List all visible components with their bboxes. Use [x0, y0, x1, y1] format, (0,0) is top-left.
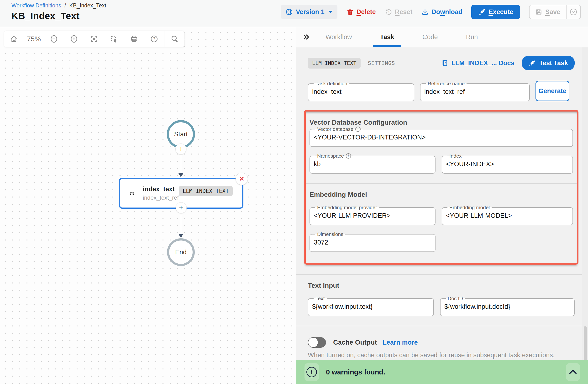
tab-workflow[interactable]: Workflow — [326, 27, 352, 47]
settings-tab[interactable]: SETTINGS — [368, 60, 395, 66]
tab-task[interactable]: Task — [380, 27, 395, 47]
embedding-model-field[interactable]: Embedding model <YOUR-LLM-MODEL> — [442, 205, 573, 225]
app-header: Workflow Definitions / KB_Index_Text KB_… — [0, 0, 588, 27]
select-mode-button[interactable] — [104, 31, 124, 47]
search-icon — [170, 35, 178, 43]
index-task-icon — [129, 186, 135, 200]
text-label: Text — [315, 296, 325, 301]
svg-text:?: ? — [153, 36, 155, 41]
namespace-field[interactable]: Namespace i kb — [310, 153, 436, 174]
select-icon — [110, 35, 118, 43]
plus-icon: + — [179, 145, 183, 153]
circle-chevron-down-icon — [569, 8, 578, 16]
index-field[interactable]: Index <YOUR-INDEX> — [442, 153, 573, 174]
add-task-after-start-button[interactable]: + — [175, 143, 186, 155]
download-label: Download — [431, 8, 462, 16]
cache-output-toggle[interactable] — [308, 337, 326, 348]
save-button[interactable]: Save — [529, 5, 566, 19]
embedding-provider-row: Embedding model provider <YOUR-LLM-PROVI… — [310, 205, 573, 225]
home-icon — [10, 35, 18, 43]
task-docs-link[interactable]: ? LLM_INDEX_... Docs — [441, 59, 514, 67]
breadcrumb-workflow-definitions[interactable]: Workflow Definitions — [11, 2, 61, 9]
reference-name-value[interactable]: index_text_ref — [424, 87, 525, 97]
task-node-type-badge: LLM_INDEX_TEXT — [179, 186, 233, 196]
print-button[interactable] — [124, 31, 144, 47]
index-value[interactable]: <YOUR-INDEX> — [446, 159, 569, 169]
chevron-up-icon — [569, 370, 577, 377]
collapse-panel-icon[interactable] — [302, 33, 310, 41]
download-button[interactable]: Download — [421, 5, 462, 19]
namespace-label: Namespace — [317, 153, 344, 159]
status-info-tile: i — [304, 363, 319, 381]
save-more-button[interactable] — [567, 5, 580, 19]
embedding-provider-label: Embedding model provider — [317, 205, 377, 210]
cache-output-label: Cache Output — [333, 339, 377, 346]
version-selector[interactable]: Version 1 — [281, 5, 337, 19]
version-label: Version 1 — [296, 8, 325, 16]
test-task-button[interactable]: Test Task — [522, 56, 575, 70]
main-area: 75% — [0, 27, 588, 384]
text-field[interactable]: Text ${workflow.input.text} — [308, 296, 434, 316]
zoom-out-button[interactable] — [44, 31, 64, 47]
task-definition-value[interactable]: index_text — [312, 87, 410, 97]
download-icon — [421, 8, 429, 16]
home-button[interactable] — [4, 31, 24, 47]
task-panel-body: LLM_INDEX_TEXT SETTINGS ? LLM_INDEX_... … — [296, 47, 588, 384]
end-node-label: End — [175, 248, 187, 256]
add-task-after-task-button[interactable]: + — [176, 202, 187, 213]
dimensions-field[interactable]: Dimensions 3072 — [310, 231, 436, 252]
task-node-index-text[interactable]: index_text index_text_ref LLM_INDEX_TEXT… — [119, 178, 243, 209]
edge-start-to-task — [181, 155, 181, 175]
right-panel: Workflow Task Code Run LLM_INDEX_TEXT SE… — [296, 27, 588, 384]
info-icon: i — [346, 153, 351, 158]
zoom-level[interactable]: 75% — [24, 31, 44, 47]
collapse-status-bar-button[interactable] — [566, 363, 580, 381]
reset-button[interactable]: ! Reset — [385, 5, 413, 19]
workflow-canvas[interactable]: 75% — [0, 27, 296, 384]
delete-task-node-button[interactable]: ✕ — [235, 173, 248, 185]
delete-button[interactable]: Delete — [346, 5, 376, 19]
fit-view-button[interactable] — [84, 31, 104, 47]
tab-code[interactable]: Code — [422, 27, 438, 47]
text-value[interactable]: ${workflow.input.text} — [312, 301, 430, 312]
execute-button[interactable]: Execute — [471, 5, 520, 19]
vector-database-label: Vector database — [317, 126, 354, 132]
text-input-section-title: Text Input — [308, 282, 575, 290]
doc-id-field[interactable]: Doc ID ${workflow.input.docId} — [440, 296, 575, 316]
close-icon: ✕ — [239, 175, 245, 183]
edge-task-to-end — [181, 215, 181, 234]
globe-icon — [285, 8, 293, 16]
page-title: KB_Index_Text — [11, 11, 106, 21]
generate-button[interactable]: Generate — [536, 81, 569, 101]
tab-run[interactable]: Run — [466, 27, 478, 47]
embedding-provider-value[interactable]: <YOUR-LLM-PROVIDER> — [314, 210, 431, 221]
zoom-in-icon — [70, 35, 78, 43]
vector-database-value[interactable]: <YOUR-VECTOR-DB-INTEGRATION> — [314, 132, 569, 143]
dimensions-value[interactable]: 3072 — [314, 237, 431, 248]
embedding-model-label: Embedding model — [449, 205, 490, 210]
search-button[interactable] — [165, 31, 185, 47]
embedding-provider-field[interactable]: Embedding model provider <YOUR-LLM-PROVI… — [310, 205, 436, 225]
chevron-down-icon — [328, 11, 333, 13]
cache-output-learn-more-link[interactable]: Learn more — [383, 339, 418, 346]
reference-name-field[interactable]: Reference name index_text_ref — [420, 81, 530, 101]
task-type-chip[interactable]: LLM_INDEX_TEXT — [308, 58, 360, 68]
doc-id-value[interactable]: ${workflow.input.docId} — [444, 301, 570, 312]
embedding-section-title: Embedding Model — [310, 191, 573, 199]
text-input-row: Text ${workflow.input.text} Doc ID ${wor… — [308, 296, 575, 316]
start-node-label: Start — [174, 131, 188, 138]
task-definition-field[interactable]: Task definition index_text — [308, 81, 414, 101]
end-node[interactable]: End — [167, 238, 195, 266]
canvas-toolbar: 75% — [4, 31, 185, 47]
edge-start-arrowhead-icon — [178, 173, 183, 177]
namespace-value[interactable]: kb — [314, 159, 431, 169]
reference-name-label: Reference name — [428, 81, 465, 87]
task-node-ref: index_text_ref — [143, 194, 179, 201]
dimensions-label: Dimensions — [317, 231, 343, 237]
help-button[interactable]: ? — [144, 31, 165, 47]
zoom-in-button[interactable] — [64, 31, 84, 47]
vector-database-field[interactable]: Vector database i <YOUR-VECTOR-DB-INTEGR… — [310, 126, 573, 147]
scrollbar-thumb[interactable] — [584, 326, 587, 362]
embedding-model-value[interactable]: <YOUR-LLM-MODEL> — [446, 210, 569, 221]
panel-scrollbar[interactable] — [582, 47, 588, 360]
